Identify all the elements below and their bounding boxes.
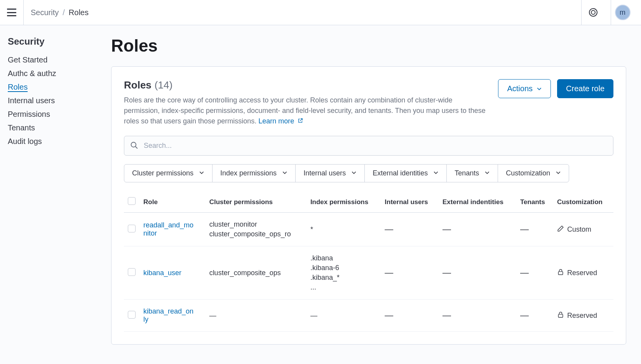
customization-cell: Reserved [557,269,610,277]
breadcrumb-parent[interactable]: Security [31,8,59,17]
panel-description: Roles are the core way of controlling ac… [124,95,486,127]
table-row: readall_and_monitorcluster_monitorcluste… [124,213,613,246]
svg-rect-2 [558,314,563,317]
chevron-down-icon [484,169,490,177]
filter-label: External identities [373,169,428,177]
create-role-button[interactable]: Create role [557,79,613,98]
page-title: Roles [111,36,626,55]
filter-external-identities[interactable]: External identities [364,164,447,182]
sidebar-title: Security [8,36,103,47]
column-header[interactable]: Tenants [516,192,553,213]
sidebar-item-get-started[interactable]: Get Started [8,53,103,67]
customization-label: Reserved [567,312,597,320]
cluster-permissions-cell: cluster_monitorcluster_composite_ops_ro [209,220,303,238]
internal-users-cell: — [385,224,393,234]
column-header[interactable]: Cluster permissions [206,192,307,213]
cluster-permissions-cell: cluster_composite_ops [209,269,303,277]
index-permissions-cell: .kibana.kibana-6.kibana_*... [310,254,377,291]
external-link-icon [298,116,303,127]
main-content: Roles Roles (14) Roles are the core way … [111,25,641,360]
table-row: kibana_usercluster_composite_ops.kibana.… [124,246,613,300]
chevron-down-icon [282,169,287,177]
tenants-cell: — [520,310,529,320]
role-link[interactable]: kibana_user [143,269,181,277]
index-permissions-cell: — [310,312,377,320]
actions-button[interactable]: Actions [498,79,551,98]
roles-count: (14) [155,79,172,91]
external-identities-cell: — [442,310,451,320]
lock-icon [557,311,564,320]
tenants-cell: — [520,268,529,277]
row-checkbox[interactable] [128,268,136,276]
column-header[interactable]: Customization [553,192,613,213]
column-header[interactable]: Index permissions [307,192,381,213]
filters-row: Cluster permissionsIndex permissionsInte… [124,164,613,182]
filter-customization[interactable]: Customization [498,164,569,182]
sidebar-item-internal-users[interactable]: Internal users [8,94,103,107]
external-identities-cell: — [442,268,451,277]
row-checkbox[interactable] [128,225,136,232]
index-permissions-cell: * [310,225,377,234]
sidebar-item-authc-authz[interactable]: Authc & authz [8,67,103,80]
customization-label: Custom [567,225,591,234]
filter-label: Cluster permissions [132,169,193,177]
svg-rect-1 [558,271,563,274]
chevron-down-icon [536,86,542,92]
user-menu[interactable]: m [611,0,634,25]
filter-label: Tenants [455,169,479,177]
role-link[interactable]: kibana_read_only [143,307,194,324]
sidebar-item-permissions[interactable]: Permissions [8,107,103,121]
topbar-right: m [581,0,634,25]
row-checkbox[interactable] [128,311,136,319]
chevron-down-icon [556,169,561,177]
filter-index-permissions[interactable]: Index permissions [212,164,296,182]
pencil-icon [557,225,564,234]
select-all-checkbox[interactable] [128,197,136,205]
sidebar-item-tenants[interactable]: Tenants [8,121,103,135]
panel-title: Roles [124,79,152,91]
hamburger-menu-icon[interactable] [7,9,16,16]
svg-point-0 [131,142,136,147]
customization-cell: Reserved [557,311,610,320]
search-input[interactable] [124,136,613,156]
breadcrumb-separator: / [63,8,65,17]
lifebuoy-icon [589,8,597,17]
chevron-down-icon [351,169,357,177]
filter-tenants[interactable]: Tenants [446,164,498,182]
column-header[interactable]: External indentities [439,192,516,213]
sidebar-item-audit-logs[interactable]: Audit logs [8,135,103,148]
table-row: kibana_read_only—————Reserved [124,300,613,332]
avatar: m [615,5,631,20]
breadcrumb: Security / Roles [31,8,89,17]
help-button[interactable] [581,0,604,25]
filter-label: Internal users [303,169,346,177]
column-header[interactable]: Role [139,192,206,213]
chevron-down-icon [433,169,439,177]
sidebar-item-roles[interactable]: Roles [8,80,103,94]
roles-panel: Roles (14) Roles are the core way of con… [111,66,626,345]
internal-users-cell: — [385,268,393,277]
role-link[interactable]: readall_and_monitor [143,221,194,237]
filter-cluster-permissions[interactable]: Cluster permissions [124,164,213,182]
breadcrumb-current: Roles [69,8,89,17]
filter-label: Index permissions [220,169,277,177]
internal-users-cell: — [385,310,393,320]
customization-cell: Custom [557,225,610,234]
learn-more-link[interactable]: Learn more [258,117,303,125]
tenants-cell: — [520,224,529,234]
cluster-permissions-cell: — [209,312,303,320]
lock-icon [557,269,564,277]
search-icon [130,141,138,151]
customization-label: Reserved [567,269,597,277]
divider [23,0,24,25]
sidebar: Security Get StartedAuthc & authzRolesIn… [0,25,111,360]
filter-label: Customization [506,169,550,177]
topbar: Security / Roles m [0,0,641,25]
chevron-down-icon [199,169,204,177]
roles-table: RoleCluster permissionsIndex permissions… [124,192,613,332]
external-identities-cell: — [442,224,451,234]
column-header[interactable]: Internal users [381,192,439,213]
filter-internal-users[interactable]: Internal users [295,164,365,182]
